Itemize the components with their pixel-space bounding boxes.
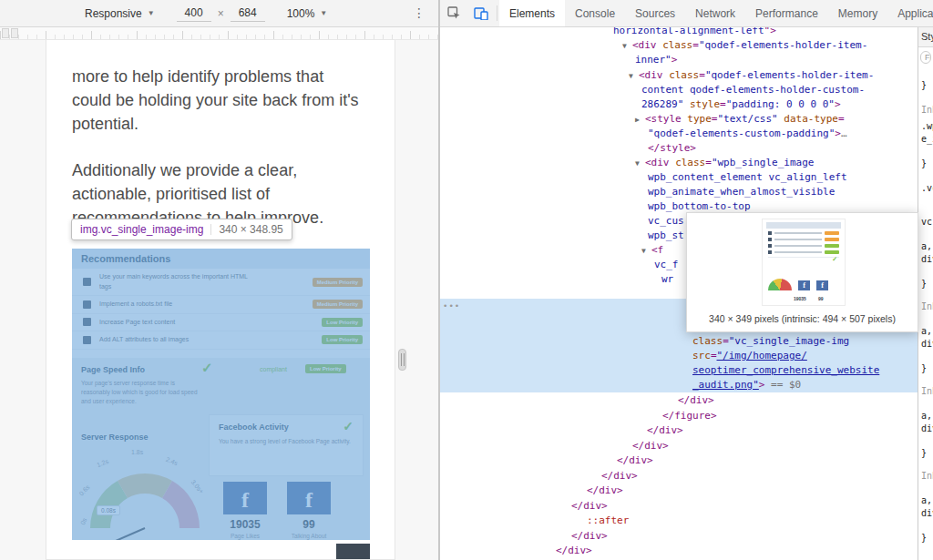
dom-tree-line[interactable]: inner"> <box>635 53 677 67</box>
screen: { "device_toolbar":{"mode":"Responsive",… <box>0 0 933 560</box>
viewport-width-input[interactable]: 400 <box>177 5 211 22</box>
facebook-icon: f <box>798 280 810 290</box>
dom-tree-line[interactable]: </div> <box>587 484 623 498</box>
dom-tree-line[interactable]: ::after <box>587 514 629 528</box>
dom-tree-line[interactable]: seoptimer_comprehensive_website <box>692 363 879 378</box>
styles-fragment: } <box>921 448 927 458</box>
dom-tree-line[interactable]: ▼<div class="qodef-elements-holder-item- <box>622 38 867 53</box>
tab-console[interactable]: Console <box>565 0 625 26</box>
dom-tree-line[interactable]: content qodef-elements-holder-custom- <box>641 83 865 97</box>
inspect-icon[interactable] <box>440 0 467 26</box>
styles-fragment: a, <box>921 241 932 251</box>
inspect-highlight-overlay <box>72 249 370 540</box>
thumb-gauge <box>768 279 792 290</box>
dom-tree-line[interactable]: wpb_st <box>648 229 684 243</box>
dom-tree-line[interactable]: </figure> <box>662 409 717 423</box>
thumb-rows <box>763 231 845 254</box>
tab-sources[interactable]: Sources <box>625 0 685 26</box>
styles-fragment: } <box>921 363 927 373</box>
inspected-image[interactable]: Recommendations Use your main keywords a… <box>72 249 370 540</box>
dom-tree-line[interactable]: class="vc_single_image-img <box>692 334 849 349</box>
dimension-separator: × <box>218 7 224 20</box>
page-paragraph: more to help identify problems that coul… <box>46 40 395 136</box>
dom-tree-line[interactable]: ▼<f <box>641 243 663 258</box>
tooltip-selector: img.vc_single_image-img <box>80 223 203 236</box>
tab-memory[interactable]: Memory <box>828 0 887 26</box>
tooltip-dimensions: 340 × 348.95 <box>219 223 282 236</box>
styles-panel: Styles Filter }Inh.wpe_i}.vcvca,div}Inha… <box>918 27 933 560</box>
zoom-dropdown[interactable]: 100% ▼ <box>287 7 328 20</box>
dom-tree-line[interactable]: ▶<style type="text/css" data-type= <box>635 112 845 127</box>
viewport-page[interactable]: more to help identify problems that coul… <box>46 40 395 560</box>
thumb-bottom: f f <box>768 279 828 290</box>
styles-fragment: div <box>921 423 933 433</box>
styles-fragment: } <box>921 533 927 543</box>
styles-fragment: } <box>921 80 927 90</box>
dom-tree-line[interactable]: </div> <box>601 469 638 484</box>
dom-tree-line[interactable]: wpb_animate_when_almost_visible <box>648 185 835 199</box>
page-dark-widget[interactable] <box>336 544 370 560</box>
page-paragraph: Additionally we provide a clear, actiona… <box>46 136 395 229</box>
dom-tree-line[interactable]: </div> <box>632 439 669 453</box>
tab-elements[interactable]: Elements <box>499 0 565 26</box>
styles-fragment: a, <box>921 495 932 505</box>
devtools-divider[interactable] <box>438 0 440 560</box>
node-menu-dots[interactable]: ••• <box>443 301 460 311</box>
dom-tree-line[interactable]: wpb_content_element vc_align_left <box>648 170 847 185</box>
styles-fragment: } <box>921 279 927 289</box>
device-type-label: Responsive <box>85 7 142 20</box>
dom-tree-line[interactable]: _audit.png"> == $0 <box>692 378 801 392</box>
device-canvas: more to help identify problems that coul… <box>0 40 438 560</box>
dom-tree-line[interactable]: </style> <box>648 141 696 156</box>
devtools-pane: ••• horizontal-alignment-left">▼<div cla… <box>440 0 933 560</box>
check-icon: ✓ <box>832 256 837 263</box>
thumb-divider: ✓ <box>768 257 839 264</box>
dom-tree-line[interactable]: "qodef-elements-custom-padding">… <box>648 127 847 141</box>
tab-network[interactable]: Network <box>685 0 745 26</box>
dom-tree-line[interactable]: </div> <box>678 393 714 408</box>
zoom-label: 100% <box>287 7 315 20</box>
styles-fragment: div <box>921 508 933 518</box>
styles-fragment: e_i <box>921 134 933 144</box>
dom-tree-line[interactable]: ▼<div class="qodef-elements-holder-item- <box>629 68 874 83</box>
tab-performance[interactable]: Performance <box>745 0 828 26</box>
inspect-tooltip: img.vc_single_image-img 340 × 348.95 <box>71 219 292 240</box>
dom-tree-line[interactable]: vc_f <box>654 258 679 272</box>
tab-application[interactable]: Application <box>887 0 933 26</box>
dom-tree-line[interactable]: wr <box>661 272 673 287</box>
device-type-dropdown[interactable]: Responsive ▼ <box>85 7 155 20</box>
dom-tree-line[interactable]: vc_cus <box>648 214 684 229</box>
more-options-icon[interactable]: ⋮ <box>413 6 425 19</box>
thumb-row <box>768 231 839 235</box>
styles-fragment: Inh <box>921 386 933 396</box>
styles-fragments: }Inh.wpe_i}.vcvca,div}Inha,div}Inha,div}… <box>918 27 933 560</box>
dom-tree-line[interactable]: </div> <box>556 544 592 558</box>
thumb-row <box>768 238 839 241</box>
toolbar-separator <box>497 5 497 21</box>
viewport-resize-handle[interactable] <box>398 349 406 371</box>
device-pane: Responsive ▼ 400 × 684 100% ▼ ⋮ more to … <box>0 0 438 560</box>
dom-tree-line[interactable]: </div> <box>571 499 608 514</box>
image-dimensions-caption: 340 × 349 pixels (intrinsic: 494 × 507 p… <box>687 313 918 324</box>
image-thumbnail: ✓ f f 19035 99 <box>762 219 846 306</box>
dom-tree-line[interactable]: </div> <box>647 423 683 438</box>
image-preview-popup: ✓ f f 19035 99 340 × 349 pixels (intrins… <box>686 212 918 332</box>
devtools-tabs: ElementsConsoleSourcesNetworkPerformance… <box>499 0 933 26</box>
dom-tree-line[interactable]: src="/img/homepage/ <box>692 349 807 363</box>
devtools-toolbar: ElementsConsoleSourcesNetworkPerformance… <box>440 0 933 27</box>
device-toolbar: Responsive ▼ 400 × 684 100% ▼ ⋮ <box>0 0 438 27</box>
device-toolbar-toggle-icon[interactable] <box>467 0 495 26</box>
dom-tree-line[interactable]: </div> <box>617 453 653 468</box>
viewport-height-input[interactable]: 684 <box>231 5 265 22</box>
dom-tree-line[interactable]: 286289" style="padding: 0 0 0 0"> <box>641 97 841 112</box>
tooltip-divider <box>210 224 211 235</box>
styles-fragment: vc <box>921 217 932 227</box>
dom-tree-line[interactable]: </div> <box>571 529 608 544</box>
thumb-header-bar <box>766 222 841 229</box>
thumb-stats: 19035 99 <box>794 296 823 301</box>
dom-tree-line[interactable]: ▼<div class="wpb_single_image <box>635 156 814 170</box>
thumb-row <box>768 250 839 254</box>
styles-fragment: Inh <box>921 105 933 115</box>
styles-fragment: div <box>921 339 933 349</box>
styles-fragment: a, <box>921 326 932 336</box>
